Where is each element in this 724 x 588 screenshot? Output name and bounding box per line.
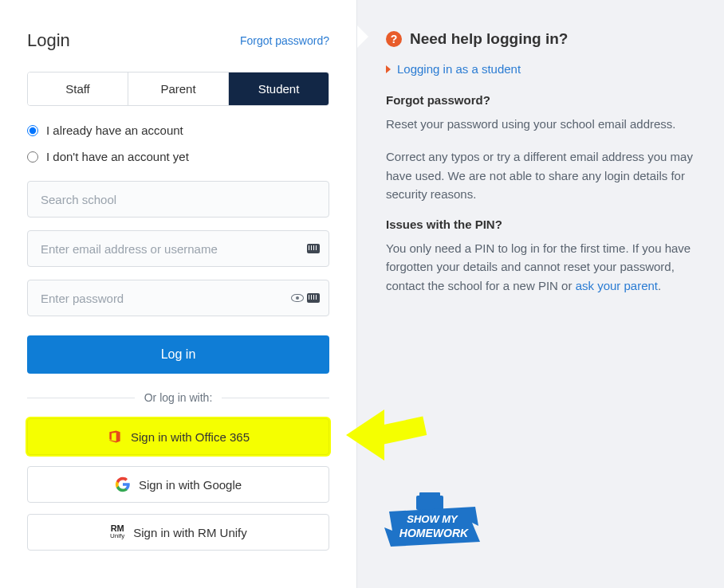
search-school-input[interactable] [27,181,329,218]
tab-parent[interactable]: Parent [128,73,229,105]
keyboard-icon [307,244,320,253]
sso-office365-label: Sign in with Office 365 [131,430,250,444]
help-pin-text: You only need a PIN to log in for the fi… [386,239,695,295]
eye-icon[interactable] [291,294,304,302]
office-icon [107,429,123,445]
panel-pointer-notch [357,25,368,48]
sso-rmunify-label: Sign in with RM Unify [133,526,247,539]
sso-divider: Or log in with: [27,391,329,404]
help-forgot-p1: Reset your password using your school em… [386,115,695,133]
password-icons [291,293,320,303]
sso-google-button[interactable]: Sign in with Google [27,466,329,503]
svg-text:SHOW MY: SHOW MY [407,513,458,525]
help-heading-text: Need help logging in? [410,30,568,48]
show-my-homework-logo: SHOW MY HOMEWORK [384,489,480,564]
sso-rmunify-button[interactable]: RMUnify Sign in with RM Unify [27,514,329,551]
page-title: Login [27,30,70,51]
help-student-link[interactable]: Logging in as a student [386,62,695,76]
svg-text:HOMEWORK: HOMEWORK [399,527,469,539]
help-pin-post: . [658,279,661,292]
help-forgot-title: Forgot password? [386,93,695,107]
radio-have-account-label: I already have an account [46,123,183,137]
svg-rect-3 [419,492,440,497]
caret-right-icon [386,65,391,73]
help-forgot-p2: Correct any typos or try a different ema… [386,147,695,203]
login-button[interactable]: Log in [27,335,329,374]
rm-unify-icon: RMUnify [109,524,125,540]
radio-no-account-label: I don't have an account yet [46,150,189,163]
tab-staff[interactable]: Staff [28,73,128,105]
google-icon [115,476,131,492]
radio-no-account[interactable] [27,151,38,163]
ask-parent-link[interactable]: ask your parent [576,279,658,292]
svg-rect-2 [416,496,443,510]
role-tabs: Staff Parent Student [27,72,329,106]
sso-office365-button[interactable]: Sign in with Office 365 [27,418,329,455]
forgot-password-link[interactable]: Forgot password? [240,34,329,47]
email-input[interactable] [27,230,329,267]
sso-google-label: Sign in with Google [139,478,242,492]
help-heading: ? Need help logging in? [386,30,695,48]
password-input[interactable] [27,280,329,316]
help-student-link-text: Logging in as a student [397,62,521,76]
login-panel: Login Forgot password? Staff Parent Stud… [0,0,357,588]
radio-have-account[interactable] [27,125,38,136]
sso-divider-label: Or log in with: [135,391,222,404]
question-icon: ? [386,31,402,47]
keyboard-icon [307,293,320,303]
tab-student[interactable]: Student [229,73,329,105]
help-pin-title: Issues with the PIN? [386,218,695,231]
